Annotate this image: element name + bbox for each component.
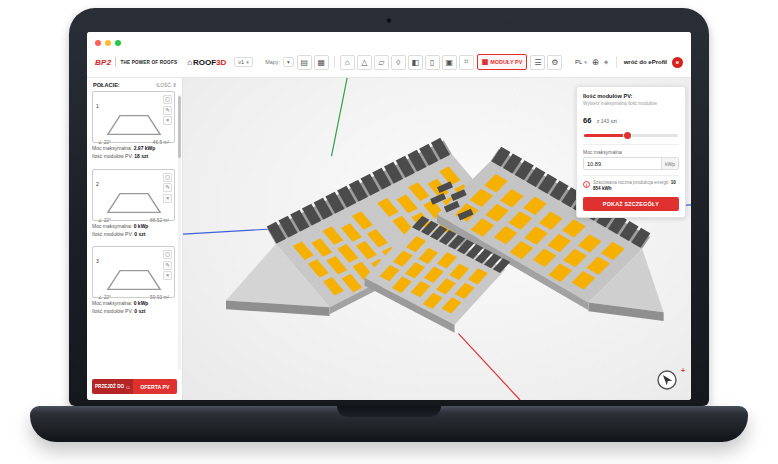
show-details-button[interactable]: POKAŻ SZCZEGÓŁY: [583, 197, 679, 211]
maps-dropdown[interactable]: ▾: [283, 57, 294, 67]
select-face-button[interactable]: ◻: [163, 173, 172, 182]
dormer-tool[interactable]: ◧: [408, 55, 423, 70]
face-number: 1: [96, 103, 99, 109]
tools-group: Mapy: ▾ ▤▦ ⌂△▱◊◧▯▣⌗ ▦ MODUŁY PV ☰⚙: [261, 54, 567, 70]
pv-count-current: 66: [583, 116, 591, 125]
face-modules-label: Ilość modułów PV:: [92, 153, 133, 159]
face-card[interactable]: 3◻✎×∠ 22°59.93 m²: [92, 246, 175, 298]
face-modules-value: 0 szt: [134, 231, 145, 237]
cta-main-label: OFERTA PV: [133, 379, 177, 394]
window-controls: [95, 37, 683, 48]
delete-face-button[interactable]: ×: [163, 271, 172, 280]
cta-left-segment: PRZEJDŹ DO ⌂: [92, 379, 133, 394]
satellite-view-tool[interactable]: ▦: [314, 55, 329, 70]
laptop-lid: BP2 THE POWER OF ROOFS ⌂ROOF3D v1 ▾ Mapy…: [69, 8, 709, 406]
pv-module-icon: ▦: [482, 58, 489, 66]
close-button[interactable]: [95, 40, 101, 46]
roof-tool[interactable]: ◊: [391, 55, 406, 70]
laptop-mockup: BP2 THE POWER OF ROOFS ⌂ROOF3D v1 ▾ Mapy…: [0, 0, 778, 464]
face-angle: ∠ 22°: [98, 295, 111, 300]
face-power-line: Moc maksymalna: 2.97 kWp: [92, 145, 175, 151]
face-number: 2: [96, 181, 99, 187]
face-power-value: 0 kWp: [134, 223, 149, 229]
back-to-eprofil-link[interactable]: wróć do eProfil: [624, 59, 667, 65]
app-header: BP2 THE POWER OF ROOFS ⌂ROOF3D v1 ▾ Mapy…: [87, 32, 691, 78]
edit-face-button[interactable]: ✎: [163, 106, 172, 115]
roof-face-item[interactable]: 3◻✎×∠ 22°59.93 m²Moc maksymalna: 0 kWpIl…: [92, 246, 175, 315]
terrain-tool[interactable]: △: [357, 55, 372, 70]
laptop-base-notch: [337, 406, 441, 417]
header-right-group: PL ▾ ⊕ ⌖ wróć do eProfil e: [575, 56, 683, 68]
building-tool[interactable]: ▱: [374, 55, 389, 70]
3d-viewport[interactable]: Ilość modułów PV: Wybierz maksymalną ilo…: [183, 78, 691, 400]
map-layer-tool[interactable]: ▤: [297, 55, 312, 70]
main-tool-group: ⌂△▱◊◧▯▣⌗: [340, 55, 474, 70]
face-modules-value: 18 szt: [134, 153, 148, 159]
pv-panel-subtitle: Wybierz maksymalną ilość modułów: [583, 101, 679, 106]
language-dropdown[interactable]: PL ▾: [575, 59, 587, 65]
pv-count-value: 66 z 143 szt: [583, 109, 679, 127]
offer-tool[interactable]: ☰: [530, 55, 545, 70]
roof-face-item[interactable]: 1◻✎×∠ 22°46.5 m²Moc maksymalna: 2.97 kWp…: [92, 91, 175, 160]
face-angle: ∠ 22°: [98, 218, 111, 223]
face-card-footer: ∠ 22°46.5 m²: [96, 140, 171, 145]
scrollbar-thumb[interactable]: [178, 96, 181, 158]
go-to-pv-offer-button[interactable]: PRZEJDŹ DO ⌂ OFERTA PV: [92, 379, 177, 394]
max-power-unit: kWp: [661, 158, 678, 169]
face-power-label: Moc maksymalna:: [92, 145, 132, 151]
face-power-label: Moc maksymalna:: [92, 300, 132, 306]
roof3d-3d: 3D: [216, 58, 226, 67]
home-tool[interactable]: ⌂: [340, 55, 355, 70]
roof3d-logo[interactable]: ⌂ROOF3D: [187, 58, 226, 67]
max-power-input[interactable]: 10.89 kWp: [583, 157, 679, 170]
production-label: Szacowana roczna produkcja energii:: [593, 180, 669, 185]
face-card[interactable]: 2◻✎×∠ 22°88.52 m²: [92, 169, 175, 221]
brand-group: BP2 THE POWER OF ROOFS ⌂ROOF3D v1 ▾: [95, 57, 253, 67]
toolbar-divider: [334, 56, 335, 68]
settings-tool[interactable]: ⚙: [547, 55, 562, 70]
cta-prefix-label: PRZEJDŹ DO: [95, 384, 124, 389]
house-icon: ⌂: [187, 58, 192, 67]
zoom-plus-label[interactable]: +: [681, 367, 685, 374]
roof-faces-sidebar: POŁACIE: ILOŚĆ: 8 1◻✎×∠ 22°46.5 m²Moc ma…: [87, 78, 183, 400]
webcam-icon: [387, 18, 392, 23]
roof3d-name: ROOF: [193, 58, 216, 67]
pv-count-slider[interactable]: [584, 131, 678, 139]
compass-control[interactable]: +: [656, 369, 678, 391]
zoom-button[interactable]: [115, 40, 121, 46]
face-actions: ◻✎×: [163, 95, 172, 125]
face-power-value: 0 kWp: [134, 300, 149, 306]
version-label: v1: [238, 59, 244, 65]
pv-modules-button[interactable]: ▦ MODUŁY PV: [477, 54, 528, 70]
chevron-down-icon: ▾: [246, 59, 249, 65]
edit-face-button[interactable]: ✎: [163, 261, 172, 270]
delete-face-button[interactable]: ×: [163, 116, 172, 125]
target-icon[interactable]: ⌖: [604, 58, 609, 67]
roof-face-item[interactable]: 2◻✎×∠ 22°88.52 m²Moc maksymalna: 0 kWpIl…: [92, 169, 175, 238]
face-count-label: ILOŚĆ: 8: [156, 83, 176, 88]
panel-divider: [583, 175, 679, 176]
bp2-logo[interactable]: BP2: [95, 58, 111, 67]
main-toolbar: BP2 THE POWER OF ROOFS ⌂ROOF3D v1 ▾ Mapy…: [95, 48, 683, 76]
window-tool[interactable]: ▣: [442, 55, 457, 70]
max-power-value[interactable]: 10.89: [584, 158, 661, 169]
brand-divider: [115, 57, 116, 67]
globe-icon[interactable]: ⊕: [592, 58, 599, 67]
eprofil-logo[interactable]: e: [672, 57, 683, 68]
brand-tagline: THE POWER OF ROOFS: [120, 60, 177, 65]
laptop-base: [30, 406, 748, 442]
slider-thumb[interactable]: [624, 132, 631, 139]
delete-face-button[interactable]: ×: [163, 194, 172, 203]
pv-count-suffix: z 143 szt: [597, 118, 617, 124]
measure-tool[interactable]: ⌗: [459, 55, 474, 70]
edit-face-button[interactable]: ✎: [163, 183, 172, 192]
version-dropdown[interactable]: v1 ▾: [234, 57, 252, 67]
sidebar-scrollbar[interactable]: [178, 94, 181, 370]
minimize-button[interactable]: [105, 40, 111, 46]
chimney-tool[interactable]: ▯: [425, 55, 440, 70]
face-card[interactable]: 1◻✎×∠ 22°46.5 m²: [92, 91, 175, 143]
face-power-line: Moc maksymalna: 0 kWp: [92, 300, 175, 306]
select-face-button[interactable]: ◻: [163, 95, 172, 104]
select-face-button[interactable]: ◻: [163, 250, 172, 259]
sidebar-header: POŁACIE: ILOŚĆ: 8: [87, 78, 182, 91]
